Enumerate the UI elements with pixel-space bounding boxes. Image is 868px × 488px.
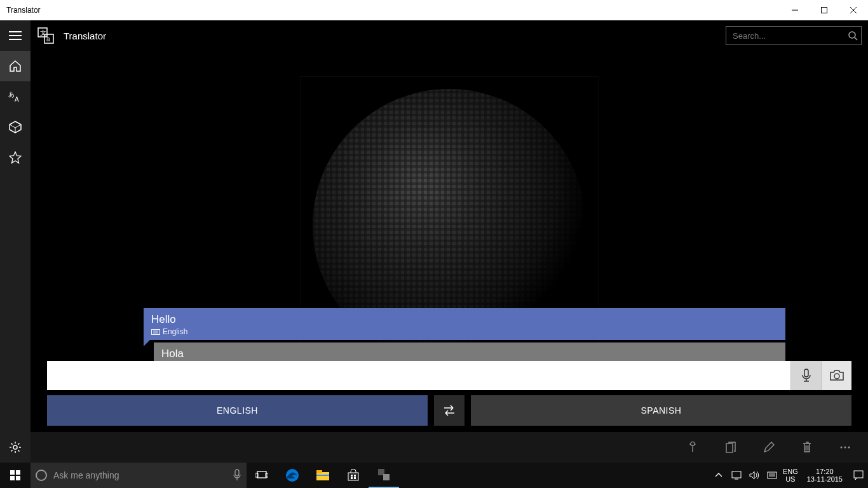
tray-input-indicator-icon[interactable] (765, 471, 779, 480)
source-meta: English (151, 327, 778, 336)
svg-text:あ: あ (8, 91, 15, 98)
svg-line-10 (10, 125, 15, 128)
microphone-icon (233, 469, 241, 482)
svg-rect-54 (316, 475, 329, 476)
svg-rect-58 (351, 477, 353, 479)
tray-lang-bottom: US (783, 475, 798, 483)
maximize-button[interactable] (810, 0, 839, 20)
svg-text:文: 文 (40, 29, 46, 36)
source-bubble[interactable]: Hello English (144, 308, 785, 340)
svg-rect-28 (152, 329, 160, 334)
svg-text:A: A (15, 96, 19, 103)
sidebar-item-favorites[interactable] (0, 142, 31, 173)
svg-line-20 (18, 444, 19, 445)
search-icon (848, 30, 858, 41)
task-view-button[interactable] (247, 463, 277, 488)
action-center-button[interactable] (851, 470, 865, 480)
tray-clock[interactable]: 17:20 13-11-2015 (802, 468, 848, 483)
tray-network-icon[interactable] (729, 471, 743, 480)
pin-button[interactable] (674, 432, 712, 463)
app-body: あA 文a Translator Hel (0, 20, 868, 463)
tray-lang-top: ENG (783, 468, 798, 475)
window-title: Translator (0, 6, 41, 15)
swap-languages-button[interactable] (434, 395, 465, 426)
taskbar-app-edge[interactable] (277, 463, 308, 488)
sidebar-item-conversation[interactable]: あA (0, 81, 31, 112)
tray-volume-icon[interactable] (747, 471, 761, 480)
target-text: Hola (161, 348, 778, 360)
delete-button[interactable] (788, 432, 826, 463)
tray-language-button[interactable]: ENG US (783, 468, 798, 483)
taskbar-app-translator[interactable] (369, 463, 399, 488)
target-language-button[interactable]: SPANISH (471, 395, 851, 426)
tray-overflow-button[interactable] (712, 473, 726, 478)
svg-point-13 (13, 445, 17, 449)
close-button[interactable] (839, 0, 868, 20)
svg-point-34 (834, 374, 839, 379)
source-text: Hello (151, 313, 778, 326)
svg-rect-67 (854, 471, 863, 478)
sidebar-item-home[interactable] (0, 51, 31, 81)
sidebar-item-settings[interactable] (0, 432, 31, 463)
svg-rect-57 (354, 475, 356, 477)
cortana-placeholder: Ask me anything (53, 470, 119, 480)
svg-point-26 (849, 32, 855, 38)
taskbar-app-file-explorer[interactable] (308, 463, 338, 488)
search-wrapper (726, 26, 862, 45)
tray-date: 13-11-2015 (807, 475, 843, 483)
input-row (47, 361, 851, 390)
svg-rect-55 (348, 473, 358, 480)
svg-point-40 (844, 447, 846, 449)
sidebar-item-offline-packs[interactable] (0, 112, 31, 142)
svg-rect-48 (257, 471, 266, 478)
translate-input[interactable] (47, 361, 790, 390)
svg-rect-61 (383, 474, 390, 480)
start-button[interactable] (0, 463, 31, 488)
svg-rect-56 (351, 475, 353, 477)
taskbar-pinned-apps (247, 463, 399, 488)
source-language-label: English (163, 327, 187, 336)
window-titlebar: Translator (0, 0, 868, 20)
windows-taskbar: Ask me anything ENG US 17:20 (0, 463, 868, 488)
system-tray: ENG US 17:20 13-11-2015 (712, 463, 868, 488)
cortana-search[interactable]: Ask me anything (31, 463, 247, 488)
minimize-button[interactable] (780, 0, 810, 20)
bottom-toolbar (31, 432, 868, 463)
hamburger-menu-button[interactable] (0, 20, 31, 51)
cortana-icon (36, 470, 47, 481)
taskbar-app-store[interactable] (338, 463, 369, 488)
copy-button[interactable] (712, 432, 750, 463)
app-title: Translator (64, 30, 106, 41)
svg-rect-43 (16, 470, 20, 475)
voice-input-button[interactable] (790, 361, 821, 390)
window-controls (780, 0, 868, 20)
svg-line-27 (855, 37, 857, 40)
source-language-button[interactable]: ENGLISH (47, 395, 428, 426)
search-input[interactable] (726, 26, 862, 45)
sidebar: あA (0, 20, 31, 463)
camera-input-button[interactable] (821, 361, 851, 390)
svg-rect-35 (726, 444, 733, 452)
svg-rect-42 (10, 470, 15, 475)
app-header: 文a Translator (31, 20, 868, 51)
more-button[interactable] (826, 432, 864, 463)
svg-rect-53 (316, 470, 322, 473)
language-row: ENGLISH SPANISH (47, 395, 851, 426)
svg-rect-44 (10, 476, 15, 480)
svg-text:a: a (46, 36, 50, 43)
svg-rect-31 (804, 369, 808, 377)
svg-line-18 (11, 444, 13, 445)
svg-line-11 (15, 125, 21, 128)
svg-rect-62 (732, 471, 741, 478)
translator-logo-icon: 文a (33, 27, 58, 44)
svg-line-19 (18, 450, 19, 451)
svg-point-41 (848, 447, 850, 449)
svg-rect-45 (16, 476, 20, 480)
content-area: Hello English Hola Spanish, 13-11-2015 (31, 51, 868, 432)
edit-button[interactable] (750, 432, 788, 463)
svg-rect-46 (235, 470, 239, 476)
svg-line-21 (11, 450, 13, 451)
svg-point-39 (841, 447, 843, 449)
tray-time: 17:20 (807, 468, 843, 475)
svg-rect-1 (822, 8, 827, 13)
